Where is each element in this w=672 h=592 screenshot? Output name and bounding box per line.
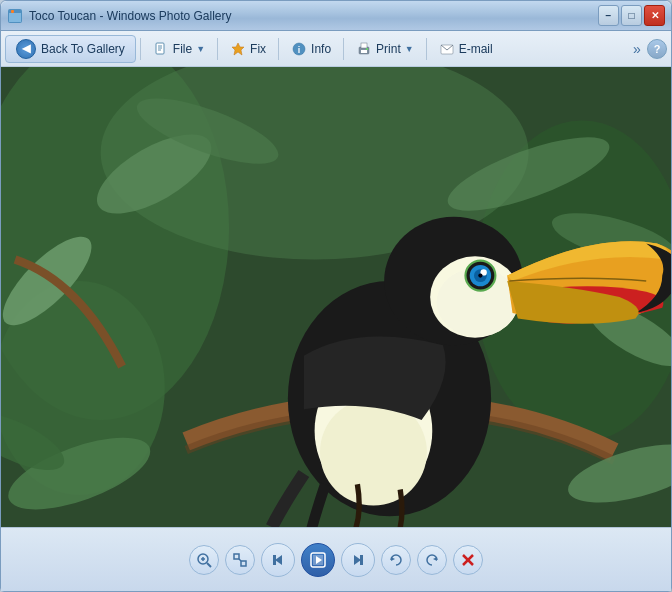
svg-text:i: i [298,45,301,55]
svg-rect-44 [234,554,239,559]
svg-line-41 [207,563,211,567]
bottom-bar [1,527,671,591]
photo-view [1,67,671,527]
svg-rect-1 [9,13,21,22]
fix-label: Fix [250,42,266,56]
print-label: Print [376,42,401,56]
toolbar-end: » ? [629,39,667,59]
previous-button[interactable] [261,543,295,577]
app-icon [7,8,23,24]
back-to-gallery-button[interactable]: ◀ Back To Gallery [5,35,136,63]
svg-marker-53 [354,555,361,565]
svg-marker-54 [391,557,395,561]
file-label: File [173,42,192,56]
print-dropdown-icon: ▼ [405,44,414,54]
delete-button[interactable] [453,545,483,575]
separator-4 [343,38,344,60]
svg-rect-10 [361,43,367,48]
rotate-counterclockwise-button[interactable] [381,545,411,575]
window-controls: − □ ✕ [598,5,665,26]
separator-2 [217,38,218,60]
email-icon [439,41,455,57]
svg-rect-45 [241,561,246,566]
email-label: E-mail [459,42,493,56]
print-button[interactable]: Print ▼ [348,37,422,61]
fix-icon [230,41,246,57]
svg-rect-2 [11,10,14,13]
svg-marker-55 [433,557,437,561]
next-button[interactable] [341,543,375,577]
file-icon [153,41,169,57]
overflow-button[interactable]: » [629,39,645,59]
window-title: Toco Toucan - Windows Photo Gallery [29,9,598,23]
info-icon: i [291,41,307,57]
svg-point-12 [366,48,368,50]
main-window: Toco Toucan - Windows Photo Gallery − □ … [0,0,672,592]
title-bar: Toco Toucan - Windows Photo Gallery − □ … [1,1,671,31]
separator-5 [426,38,427,60]
toolbar: ◀ Back To Gallery File ▼ [1,31,671,67]
separator-3 [278,38,279,60]
maximize-button[interactable]: □ [621,5,642,26]
email-button[interactable]: E-mail [431,37,501,61]
help-button[interactable]: ? [647,39,667,59]
info-button[interactable]: i Info [283,37,339,61]
slideshow-button[interactable] [301,543,335,577]
actual-size-button[interactable] [225,545,255,575]
svg-rect-11 [361,50,367,53]
svg-point-35 [478,273,482,277]
file-dropdown-icon: ▼ [196,44,205,54]
file-button[interactable]: File ▼ [145,37,213,61]
zoom-button[interactable] [189,545,219,575]
rotate-clockwise-button[interactable] [417,545,447,575]
info-label: Info [311,42,331,56]
minimize-button[interactable]: − [598,5,619,26]
close-button[interactable]: ✕ [644,5,665,26]
separator-1 [140,38,141,60]
print-icon [356,41,372,57]
svg-marker-48 [275,555,282,565]
back-arrow-icon: ◀ [16,39,36,59]
back-label: Back To Gallery [41,42,125,56]
svg-line-46 [239,559,241,561]
fix-button[interactable]: Fix [222,37,274,61]
